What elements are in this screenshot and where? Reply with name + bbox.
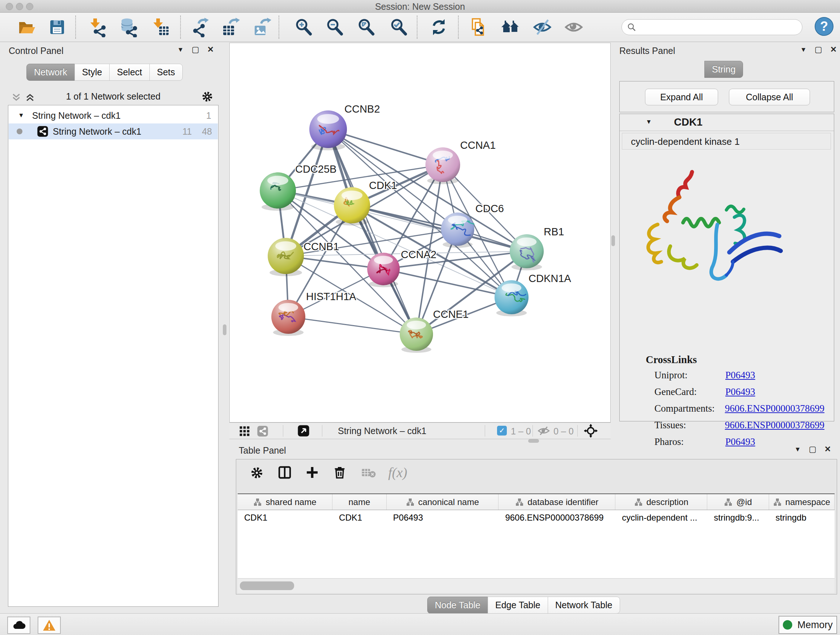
card-expander-icon[interactable]: ▼: [646, 119, 652, 126]
network-node-rb1[interactable]: RB1: [510, 226, 564, 271]
search-box[interactable]: [622, 19, 802, 35]
add-column-icon[interactable]: [305, 465, 319, 480]
results-actions-box: Expand All Collapse All: [619, 81, 834, 112]
collection-expander-icon[interactable]: ▼: [18, 112, 24, 119]
tab-network[interactable]: Network: [27, 64, 75, 81]
table-panel-title: Table Panel: [239, 445, 286, 456]
tab-style[interactable]: Style: [74, 64, 110, 81]
network-view-mode-icon[interactable]: [257, 425, 268, 437]
panel-float-icon[interactable]: ▢: [815, 46, 822, 54]
protein-structure-image: [636, 161, 788, 299]
protein-card-header[interactable]: ▼ CDK1: [620, 114, 834, 131]
tab-string[interactable]: String: [704, 61, 743, 78]
table-container: f(x) shared namenamecanonical namedataba…: [236, 459, 837, 594]
table-header-row: shared namenamecanonical namedatabase id…: [238, 494, 835, 510]
open-session-icon[interactable]: [17, 17, 37, 37]
column-header-namespace[interactable]: namespace: [769, 494, 835, 510]
tab-network-table[interactable]: Network Table: [548, 597, 620, 614]
splitter-handle-bottom[interactable]: [528, 439, 539, 443]
node-label-cdc6: CDC6: [475, 203, 504, 214]
network-node-hist1h1a[interactable]: HIST1H1A: [271, 291, 356, 336]
panel-menu-icon[interactable]: ▼: [800, 46, 807, 53]
column-header-database-identifier[interactable]: database identifier: [499, 494, 615, 510]
table-settings-gear-icon[interactable]: [250, 466, 264, 480]
scrollbar-thumb[interactable]: [240, 581, 294, 590]
network-node-ccna1[interactable]: CCNA1: [425, 139, 496, 184]
save-session-icon[interactable]: [47, 17, 67, 37]
help-icon[interactable]: ?: [814, 16, 834, 36]
import-network-database-icon[interactable]: [118, 17, 139, 37]
tab-edge-table[interactable]: Edge Table: [488, 597, 548, 614]
crosslink-label: Compartments:: [654, 403, 725, 414]
panel-close-icon[interactable]: ✕: [207, 46, 214, 54]
control-panel-title: Control Panel: [9, 46, 63, 56]
grid-view-icon[interactable]: [239, 425, 250, 437]
column-header-name[interactable]: name: [332, 494, 386, 510]
column-type-tree-icon: [515, 498, 524, 507]
crosslink-label: Tissues:: [654, 420, 725, 431]
expand-all-icon[interactable]: [25, 92, 35, 103]
column-header-shared-name[interactable]: shared name: [238, 494, 332, 510]
tab-sets[interactable]: Sets: [149, 64, 183, 81]
panel-close-icon[interactable]: ✕: [830, 46, 837, 54]
hide-selected-eye-icon[interactable]: [532, 17, 553, 37]
protein-result-card: ▼ CDK1 cyclin-dependent kinase 1: [619, 114, 834, 421]
memory-button[interactable]: Memory: [778, 616, 837, 634]
delete-column-trash-icon[interactable]: [332, 465, 347, 480]
network-collection-row[interactable]: ▼ String Network – cdk1 1: [9, 108, 218, 124]
expand-all-button[interactable]: Expand All: [645, 89, 718, 105]
zoom-out-icon[interactable]: [325, 17, 345, 37]
show-columns-icon[interactable]: [278, 465, 292, 480]
network-row[interactable]: String Network – cdk1 11 48: [9, 124, 218, 139]
crosslink-link[interactable]: 9606.ENSP00000378699: [725, 420, 824, 431]
collapse-all-icon[interactable]: [11, 92, 22, 103]
network-node-cdk1[interactable]: CDK1: [334, 180, 397, 226]
crosslink-link[interactable]: P06493: [725, 386, 755, 397]
import-table-file-icon[interactable]: [150, 17, 171, 37]
splitter-handle-left[interactable]: [223, 325, 226, 335]
collapse-all-button[interactable]: Collapse All: [729, 89, 810, 105]
search-input[interactable]: [636, 22, 790, 33]
show-all-eye-icon[interactable]: [564, 17, 584, 37]
column-header-description[interactable]: description: [615, 494, 707, 510]
export-image-icon[interactable]: [252, 17, 272, 37]
tab-select[interactable]: Select: [109, 64, 149, 81]
node-table: shared namenamecanonical namedatabase id…: [238, 494, 835, 578]
refresh-view-icon[interactable]: [429, 17, 449, 37]
results-panel-title: Results Panel: [619, 46, 675, 56]
zoom-fit-icon[interactable]: [356, 17, 377, 37]
detach-view-icon[interactable]: [297, 424, 309, 437]
network-node-ccnb1[interactable]: CCNB1: [268, 238, 339, 276]
warnings-button[interactable]: [38, 616, 61, 634]
panel-close-icon[interactable]: ✕: [824, 445, 831, 453]
zoom-selected-icon[interactable]: [389, 17, 409, 37]
column-header-label: canonical name: [418, 497, 479, 507]
crosslink-link[interactable]: 9606.ENSP00000378699: [725, 403, 824, 414]
panel-float-icon[interactable]: ▢: [192, 46, 199, 54]
network-node-ccne1[interactable]: CCNE1: [400, 309, 469, 353]
crosslink-link[interactable]: P06493: [725, 370, 755, 381]
table-row[interactable]: CDK1CDK1P064939606.ENSP00000378699cyclin…: [238, 510, 835, 525]
network-canvas[interactable]: CCNB2CCNA1CDC25BCDK1CDC6RB1CCNB1CCNA2CDK…: [229, 43, 611, 423]
string-copy-network-icon[interactable]: [468, 17, 488, 37]
network-options-gear-icon[interactable]: [201, 90, 213, 103]
zoom-in-icon[interactable]: [294, 17, 314, 37]
export-network-icon[interactable]: [189, 17, 210, 37]
splitter-handle-right[interactable]: [611, 235, 615, 246]
tab-node-table[interactable]: Node Table: [427, 597, 488, 614]
network-node-cdkn1a[interactable]: CDKN1A: [494, 272, 571, 317]
panel-menu-icon[interactable]: ▼: [177, 46, 184, 53]
network-graph[interactable]: CCNB2CCNA1CDC25BCDK1CDC6RB1CCNB1CCNA2CDK…: [230, 43, 610, 422]
column-header-canonical-name[interactable]: canonical name: [387, 494, 499, 510]
first-neighbors-icon[interactable]: [500, 17, 521, 37]
network-node-ccnb2[interactable]: CCNB2: [309, 103, 380, 150]
table-horizontal-scrollbar[interactable]: [238, 578, 835, 593]
import-network-file-icon[interactable]: [88, 17, 108, 37]
export-table-icon[interactable]: [220, 17, 240, 37]
selected-indicator-checkbox[interactable]: ✓: [497, 426, 507, 435]
cloud-status-button[interactable]: [7, 616, 30, 634]
birds-eye-crosshair-icon[interactable]: [584, 424, 598, 438]
panel-menu-icon[interactable]: ▼: [794, 446, 801, 453]
panel-float-icon[interactable]: ▢: [809, 445, 816, 453]
column-header--id[interactable]: @id: [707, 494, 769, 510]
